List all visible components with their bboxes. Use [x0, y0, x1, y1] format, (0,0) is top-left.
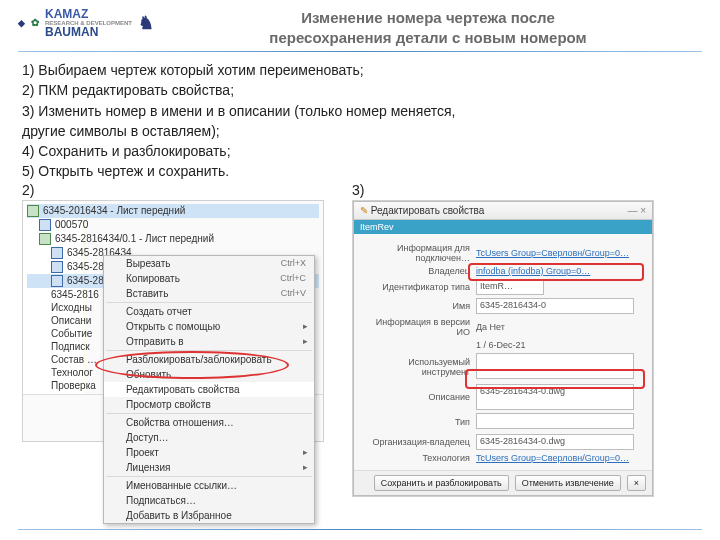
shot2-label: 2) [22, 182, 324, 198]
highlight-ellipse [95, 351, 289, 379]
context-menu-screenshot: 6345-2016434 - Лист передний 000570 6345… [22, 200, 324, 442]
shot3-label: 3) [352, 182, 654, 198]
ctx-open-with[interactable]: Открыть с помощью [104, 319, 314, 334]
ctx-edit-properties[interactable]: Редактировать свойства [104, 382, 314, 397]
header-divider [18, 51, 702, 52]
context-menu: ВырезатьCtrl+X КопироватьCtrl+C Вставить… [103, 255, 315, 524]
instruction-steps: 1) Выбираем чертеж который хотим переиме… [0, 60, 720, 182]
tree-item[interactable]: Исходны [51, 302, 92, 313]
part-icon [27, 205, 39, 217]
step-3a: 3) Изменить номер в имени и в описании (… [22, 101, 698, 121]
step-5: 5) Открыть чертеж и сохранить. [22, 161, 698, 181]
owner-link[interactable]: TcUsers Group=Сверловн/Group=0… [476, 248, 644, 258]
tree-item[interactable]: 6345-2816434/0.1 - Лист передний [55, 233, 214, 244]
folder-icon [39, 219, 51, 231]
ctx-favorite[interactable]: Добавить в Избранное [104, 508, 314, 523]
properties-dialog-screenshot: ✎ Редактировать свойства— × ItemRev Инфо… [352, 200, 654, 497]
ctx-project[interactable]: Проект [104, 445, 314, 460]
ctx-cut[interactable]: ВырезатьCtrl+X [104, 256, 314, 271]
highlight-box-desc [465, 369, 645, 389]
ctx-report[interactable]: Создать отчет [104, 304, 314, 319]
org-owner-field[interactable]: 6345-2816434-0.dwg [476, 434, 634, 450]
tree-item[interactable]: Описани [51, 315, 91, 326]
ctx-send-to[interactable]: Отправить в [104, 334, 314, 349]
tree-item[interactable]: Состав … [51, 354, 97, 365]
date-value: 1 / 6-Dec-21 [476, 340, 644, 350]
tree-item[interactable]: 6345-2016434 - Лист передний [43, 205, 185, 216]
kamaz-bauman-logo: KAMAZ RESEARCH & DEVELOPMENT BAUMAN [45, 8, 132, 38]
step-2: 2) ПКМ редактировать свойства; [22, 80, 698, 100]
tech-link[interactable]: TcUsers Group=Сверловн/Group=0… [476, 453, 644, 463]
ctx-relation-props[interactable]: Свойства отношения… [104, 415, 314, 430]
ctx-named-refs[interactable]: Именованные ссылки… [104, 478, 314, 493]
tree-item[interactable]: Подписк [51, 341, 90, 352]
slide-title: Изменение номера чертежа после пересохра… [154, 8, 702, 47]
crest-icon: ✿ [31, 18, 39, 28]
type-id-field[interactable]: ItemR… [476, 279, 544, 295]
ctx-license[interactable]: Лицензия [104, 460, 314, 475]
tree-item[interactable]: Событие [51, 328, 92, 339]
tree-item[interactable]: Технолог [51, 367, 93, 378]
kamaz-emblem: ◆ [18, 19, 25, 28]
tree-item[interactable]: 6345-2816 [51, 289, 99, 300]
part-icon [39, 233, 51, 245]
dialog-title: ✎ Редактировать свойства— × [354, 202, 652, 220]
logo-strip: ◆ ✿ KAMAZ RESEARCH & DEVELOPMENT BAUMAN … [18, 8, 154, 38]
properties-dialog: ✎ Редактировать свойства— × ItemRev Инфо… [353, 201, 653, 496]
tree-item[interactable]: 000570 [55, 219, 88, 230]
step-3b: другие символы в оставляем); [22, 121, 698, 141]
ctx-access[interactable]: Доступ… [104, 430, 314, 445]
ctx-view-properties[interactable]: Просмотр свойств [104, 397, 314, 412]
radio-group[interactable]: Да Нет [476, 322, 644, 332]
step-1: 1) Выбираем чертеж который хотим переиме… [22, 60, 698, 80]
highlight-box-name [468, 263, 644, 281]
step-4: 4) Сохранить и разблокировать; [22, 141, 698, 161]
doc-icon [51, 247, 63, 259]
ctx-subscribe[interactable]: Подписаться… [104, 493, 314, 508]
type-field[interactable] [476, 413, 634, 429]
horse-icon: ♞ [138, 14, 154, 32]
tree-item[interactable]: Проверка [51, 380, 96, 391]
doc-icon [51, 261, 63, 273]
dialog-subheader: ItemRev [354, 220, 652, 234]
ctx-paste[interactable]: ВставитьCtrl+V [104, 286, 314, 301]
save-unlock-button[interactable]: Сохранить и разблокировать [374, 475, 509, 491]
footer-divider [18, 529, 702, 530]
ctx-copy[interactable]: КопироватьCtrl+C [104, 271, 314, 286]
name-field[interactable]: 6345-2816434-0 [476, 298, 634, 314]
doc-icon [51, 275, 63, 287]
close-button[interactable]: × [627, 475, 646, 491]
cancel-checkout-button[interactable]: Отменить извлечение [515, 475, 621, 491]
